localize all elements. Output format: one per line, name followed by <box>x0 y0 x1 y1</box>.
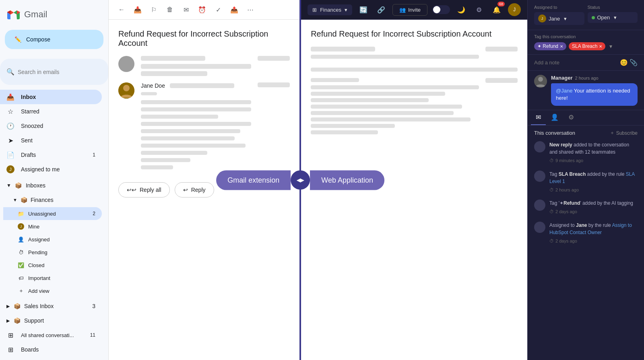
divider-container: Gmail extension ◀▶ Web Application <box>299 0 301 360</box>
wa-refresh-button[interactable]: 🔄 <box>357 3 370 16</box>
search-input[interactable] <box>18 69 102 75</box>
sidebar-inboxes-header[interactable]: ▼ 📦 Inboxes <box>0 178 102 193</box>
user-avatar[interactable]: J <box>508 3 521 16</box>
important-icon: 🏷 <box>18 275 24 281</box>
sidebar-item-snoozed[interactable]: 🕐 Snoozed <box>0 119 102 133</box>
sla-tag-close[interactable]: ✕ <box>599 44 602 49</box>
status-select[interactable]: Open ▾ <box>588 12 638 23</box>
status-dot <box>592 16 595 19</box>
activity-time-2: ⏱ 2 hours ago <box>549 187 638 193</box>
sidebar-item-assigned-to-me[interactable]: J Assigned to me <box>0 162 102 177</box>
sidebar-item-mine[interactable]: J Mine <box>3 220 102 233</box>
email-toolbar: ← 📥 ⚐ 🗑 ✉ ⏰ ✓ 📤 ⋯ <box>109 0 299 20</box>
notification-button[interactable]: 🔔 68 <box>490 3 503 16</box>
reply-all-button[interactable]: ↩↩ Reply all <box>118 182 170 197</box>
archive-button[interactable]: 📥 <box>131 3 144 16</box>
activity-content-3: Tag '✦Refund' added by the AI tagging ⏱ … <box>549 200 638 215</box>
sidebar-item-all-shared[interactable]: ⊞ All shared conversati... 11 <box>0 328 102 342</box>
wa-email-header-content <box>311 47 479 61</box>
report-button[interactable]: ⚐ <box>147 3 160 16</box>
clock-icon: ⏱ <box>549 157 554 164</box>
right-side-panel: Assigned to J Jane ▾ Status Open ▾ <box>527 0 644 360</box>
add-tag-button[interactable]: ▾ <box>609 42 612 50</box>
refund-tag[interactable]: ✦ Refund ✕ <box>534 42 566 50</box>
pending-icon: ⏱ <box>18 249 24 255</box>
inbox-icon: 📥 <box>6 93 14 101</box>
activity-tabs: ✉ 👤 ⚙ <box>528 110 644 125</box>
tab-email[interactable]: ✉ <box>531 110 546 125</box>
wa-sender-content <box>311 78 479 134</box>
sla-tag[interactable]: SLA Breach ✕ <box>569 42 605 50</box>
more-button[interactable]: ⋯ <box>244 3 257 16</box>
reply-icon: ↩ <box>183 187 188 193</box>
add-to-tasks-button[interactable]: ✓ <box>212 3 225 16</box>
sidebar-support[interactable]: ▶ 📦 Support <box>0 313 102 328</box>
tag-section: Tag this conversation ✦ Refund ✕ SLA Bre… <box>528 30 644 55</box>
email-stub-meta <box>258 56 290 76</box>
sidebar-item-assigned[interactable]: 👤 Assigned <box>3 233 102 246</box>
sidebar-item-closed[interactable]: ✅ Closed <box>3 259 102 272</box>
sidebar-item-unassigned[interactable]: 📁 Unassigned 2 <box>3 207 102 220</box>
mention: @Jane <box>556 88 572 94</box>
activity-item-1: New reply added to the conversation and … <box>534 141 638 164</box>
refund-tag-close[interactable]: ✕ <box>560 44 563 49</box>
sidebar-item-boards[interactable]: ⊞ Boards <box>0 342 102 357</box>
closed-icon: ✅ <box>18 262 24 268</box>
sidebar-item-add-view[interactable]: ＋ Add view <box>3 284 102 297</box>
dropdown-chevron-icon: ▾ <box>345 7 347 13</box>
activity-item-3: Tag '✦Refund' added by the AI tagging ⏱ … <box>534 200 638 215</box>
sidebar-finances-header[interactable]: ▼ 📦 Finances <box>3 193 102 207</box>
moon-icon[interactable]: 🌙 <box>455 3 468 16</box>
tab-tree[interactable]: ⚙ <box>564 110 579 125</box>
attachment-icon[interactable]: 📎 <box>630 59 638 66</box>
assignee-select[interactable]: J Jane ▾ <box>534 12 584 25</box>
nav-section: 📥 Inbox ☆ Starred 🕐 Snoozed ➤ Sent 📄 Dra… <box>0 88 108 178</box>
emoji-icon[interactable]: 😊 <box>620 59 628 66</box>
wa-top-bar-right: 👥 Invite 🌙 ⚙ 🔔 68 J <box>392 3 521 16</box>
sidebar-item-inbox[interactable]: 📥 Inbox <box>0 90 102 104</box>
email-stub-row <box>118 56 290 76</box>
status-col: Status Open ▾ <box>588 5 638 23</box>
search-bar[interactable]: 🔍 <box>0 59 108 85</box>
activity-content-1: New reply added to the conversation and … <box>549 141 638 164</box>
settings-button[interactable]: ⚙ <box>473 3 485 16</box>
wa-time <box>485 78 518 83</box>
sidebar-item-pending[interactable]: ⏱ Pending <box>3 246 102 259</box>
finances-badge[interactable]: ⊞ Finances ▾ <box>308 4 352 15</box>
sidebar-item-important[interactable]: 🏷 Important <box>3 272 102 284</box>
wa-email-content: Refund Request for Incorrect Subscriptio… <box>301 20 527 360</box>
plus-icon: ＋ <box>610 130 615 136</box>
back-button[interactable]: ← <box>115 3 128 16</box>
assigned-to-label: Assigned to <box>534 5 584 10</box>
theme-toggle[interactable] <box>432 5 450 14</box>
tab-contact[interactable]: 👤 <box>546 110 564 125</box>
status-label: Status <box>588 5 638 10</box>
comment-content: Manager 2 hours ago @Jane Your attention… <box>551 75 638 106</box>
invite-button[interactable]: 👥 Invite <box>392 4 427 16</box>
compose-button[interactable]: ✏️ Compose <box>5 30 103 49</box>
activity-avatar-4 <box>534 222 545 233</box>
sidebar-item-starred[interactable]: ☆ Starred <box>0 104 102 119</box>
note-icons: 😊 📎 <box>620 59 638 66</box>
move-to-button[interactable]: 📤 <box>228 3 241 16</box>
reply-button[interactable]: ↩ Reply <box>175 182 214 197</box>
email-content-area: Refund Request for Incorrect Subscriptio… <box>109 20 299 360</box>
toggle-knob <box>433 6 440 13</box>
wa-link-button[interactable]: 🔗 <box>375 3 388 16</box>
delete-button[interactable]: 🗑 <box>163 3 176 16</box>
support-icon: 📦 <box>13 317 21 325</box>
note-input[interactable] <box>534 60 617 66</box>
grid-icon: ⊞ <box>312 7 317 13</box>
add-icon: ＋ <box>18 288 24 294</box>
comment-bubble: @Jane Your attention is needed here! <box>551 83 638 106</box>
sidebar-item-sent[interactable]: ➤ Sent <box>0 133 102 148</box>
sidebar-item-drafts[interactable]: 📄 Drafts 1 <box>0 148 102 162</box>
overlay-arrows: ◀▶ <box>291 171 310 190</box>
subscribe-button[interactable]: ＋ Subscribe <box>610 130 638 136</box>
tags-row: ✦ Refund ✕ SLA Breach ✕ ▾ <box>534 42 638 50</box>
assignment-row: Assigned to J Jane ▾ Status Open ▾ <box>534 5 638 25</box>
snooze-button[interactable]: ⏰ <box>196 3 208 16</box>
mark-unread-button[interactable]: ✉ <box>180 3 192 16</box>
sidebar-sales-inbox[interactable]: ▶ 📦 Sales Inbox 3 <box>0 299 102 313</box>
comment-time: 2 hours ago <box>575 76 598 80</box>
